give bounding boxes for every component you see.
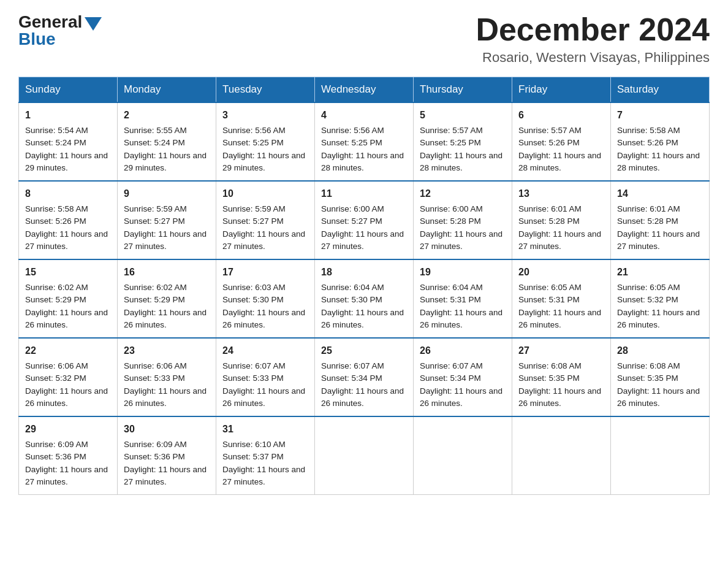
calendar-cell: 23Sunrise: 6:06 AMSunset: 5:33 PMDayligh… <box>118 338 216 416</box>
sunset-text: Sunset: 5:24 PM <box>124 138 185 147</box>
logo: General Blue <box>18 12 102 49</box>
day-number: 27 <box>518 343 604 358</box>
day-number: 23 <box>124 343 210 358</box>
sunrise-text: Sunrise: 6:04 AM <box>420 283 483 292</box>
day-of-week-header: Monday <box>118 77 216 103</box>
sunset-text: Sunset: 5:29 PM <box>25 295 86 304</box>
day-number: 25 <box>321 343 407 358</box>
daylight-text: Daylight: 11 hours and 27 minutes. <box>518 229 601 251</box>
calendar-cell: 13Sunrise: 6:01 AMSunset: 5:28 PMDayligh… <box>512 181 611 259</box>
sunrise-text: Sunrise: 5:57 AM <box>518 126 582 135</box>
day-number: 4 <box>321 108 407 123</box>
sunset-text: Sunset: 5:27 PM <box>222 216 284 226</box>
calendar-cell: 17Sunrise: 6:03 AMSunset: 5:30 PMDayligh… <box>216 259 315 338</box>
sunset-text: Sunset: 5:26 PM <box>518 138 580 147</box>
day-of-week-header: Saturday <box>611 77 710 103</box>
daylight-text: Daylight: 11 hours and 26 minutes. <box>518 386 601 408</box>
location-subtitle: Rosario, Western Visayas, Philippines <box>476 50 710 66</box>
sunset-text: Sunset: 5:37 PM <box>222 452 284 461</box>
day-number: 13 <box>518 186 604 201</box>
sunrise-text: Sunrise: 6:06 AM <box>25 361 88 370</box>
sunrise-text: Sunrise: 6:02 AM <box>124 283 187 292</box>
day-number: 21 <box>617 265 703 280</box>
daylight-text: Daylight: 11 hours and 26 minutes. <box>420 308 502 329</box>
sunrise-text: Sunrise: 5:59 AM <box>222 204 286 213</box>
sunrise-text: Sunrise: 6:10 AM <box>222 440 286 449</box>
sunset-text: Sunset: 5:32 PM <box>25 373 86 383</box>
day-number: 24 <box>222 343 308 358</box>
day-of-week-header: Tuesday <box>216 77 315 103</box>
calendar-cell: 2Sunrise: 5:55 AMSunset: 5:24 PMDaylight… <box>118 102 216 181</box>
daylight-text: Daylight: 11 hours and 26 minutes. <box>321 308 404 329</box>
sunset-text: Sunset: 5:33 PM <box>222 373 284 383</box>
day-number: 30 <box>124 422 210 437</box>
sunrise-text: Sunrise: 6:07 AM <box>321 361 384 370</box>
day-number: 6 <box>518 108 604 123</box>
day-number: 9 <box>124 186 210 201</box>
sunrise-text: Sunrise: 6:08 AM <box>518 361 582 370</box>
day-number: 29 <box>25 422 111 437</box>
daylight-text: Daylight: 11 hours and 26 minutes. <box>617 308 700 329</box>
sunrise-text: Sunrise: 5:59 AM <box>124 204 187 213</box>
calendar-cell: 26Sunrise: 6:07 AMSunset: 5:34 PMDayligh… <box>414 338 512 416</box>
daylight-text: Daylight: 11 hours and 26 minutes. <box>321 386 404 408</box>
sunset-text: Sunset: 5:25 PM <box>222 138 284 147</box>
sunrise-text: Sunrise: 6:07 AM <box>222 361 286 370</box>
calendar-cell: 9Sunrise: 5:59 AMSunset: 5:27 PMDaylight… <box>118 181 216 259</box>
calendar-week-row: 8Sunrise: 5:58 AMSunset: 5:26 PMDaylight… <box>19 181 710 259</box>
sunrise-text: Sunrise: 6:03 AM <box>222 283 286 292</box>
daylight-text: Daylight: 11 hours and 26 minutes. <box>420 386 502 408</box>
logo-triangle-icon <box>85 17 102 31</box>
sunrise-text: Sunrise: 6:04 AM <box>321 283 384 292</box>
calendar-week-row: 22Sunrise: 6:06 AMSunset: 5:32 PMDayligh… <box>19 338 710 416</box>
day-number: 11 <box>321 186 407 201</box>
day-number: 20 <box>518 265 604 280</box>
sunrise-text: Sunrise: 6:01 AM <box>518 204 582 213</box>
sunset-text: Sunset: 5:35 PM <box>518 373 580 383</box>
calendar-cell: 24Sunrise: 6:07 AMSunset: 5:33 PMDayligh… <box>216 338 315 416</box>
calendar-cell: 16Sunrise: 6:02 AMSunset: 5:29 PMDayligh… <box>118 259 216 338</box>
day-number: 16 <box>124 265 210 280</box>
calendar-cell: 7Sunrise: 5:58 AMSunset: 5:26 PMDaylight… <box>611 102 710 181</box>
calendar-cell: 5Sunrise: 5:57 AMSunset: 5:25 PMDaylight… <box>414 102 512 181</box>
sunset-text: Sunset: 5:31 PM <box>420 295 481 304</box>
daylight-text: Daylight: 11 hours and 27 minutes. <box>124 465 207 486</box>
day-of-week-header: Sunday <box>19 77 118 103</box>
daylight-text: Daylight: 11 hours and 26 minutes. <box>222 386 305 408</box>
sunset-text: Sunset: 5:31 PM <box>518 295 580 304</box>
sunset-text: Sunset: 5:29 PM <box>124 295 185 304</box>
day-number: 19 <box>420 265 506 280</box>
sunset-text: Sunset: 5:28 PM <box>518 216 580 226</box>
sunrise-text: Sunrise: 6:00 AM <box>420 204 483 213</box>
sunset-text: Sunset: 5:24 PM <box>25 138 86 147</box>
sunrise-text: Sunrise: 5:56 AM <box>222 126 286 135</box>
calendar-cell: 4Sunrise: 5:56 AMSunset: 5:25 PMDaylight… <box>315 102 414 181</box>
sunrise-text: Sunrise: 6:05 AM <box>518 283 582 292</box>
daylight-text: Daylight: 11 hours and 26 minutes. <box>124 308 207 329</box>
sunrise-text: Sunrise: 6:09 AM <box>124 440 187 449</box>
daylight-text: Daylight: 11 hours and 26 minutes. <box>124 386 207 408</box>
sunrise-text: Sunrise: 6:02 AM <box>25 283 88 292</box>
sunset-text: Sunset: 5:27 PM <box>321 216 382 226</box>
sunrise-text: Sunrise: 5:58 AM <box>617 126 680 135</box>
calendar-cell: 21Sunrise: 6:05 AMSunset: 5:32 PMDayligh… <box>611 259 710 338</box>
calendar-cell: 6Sunrise: 5:57 AMSunset: 5:26 PMDaylight… <box>512 102 611 181</box>
daylight-text: Daylight: 11 hours and 28 minutes. <box>420 151 502 172</box>
calendar-cell: 31Sunrise: 6:10 AMSunset: 5:37 PMDayligh… <box>216 416 315 495</box>
calendar-header-row: SundayMondayTuesdayWednesdayThursdayFrid… <box>19 77 710 103</box>
sunset-text: Sunset: 5:30 PM <box>321 295 382 304</box>
calendar-cell: 12Sunrise: 6:00 AMSunset: 5:28 PMDayligh… <box>414 181 512 259</box>
day-number: 14 <box>617 186 703 201</box>
daylight-text: Daylight: 11 hours and 27 minutes. <box>420 229 502 251</box>
day-number: 15 <box>25 265 111 280</box>
logo-blue-text: Blue <box>18 29 56 49</box>
sunrise-text: Sunrise: 5:55 AM <box>124 126 187 135</box>
sunset-text: Sunset: 5:28 PM <box>420 216 481 226</box>
sunrise-text: Sunrise: 5:56 AM <box>321 126 384 135</box>
month-year-title: December 2024 <box>476 12 710 47</box>
calendar-week-row: 1Sunrise: 5:54 AMSunset: 5:24 PMDaylight… <box>19 102 710 181</box>
daylight-text: Daylight: 11 hours and 26 minutes. <box>25 308 108 329</box>
daylight-text: Daylight: 11 hours and 27 minutes. <box>222 465 305 486</box>
sunset-text: Sunset: 5:28 PM <box>617 216 678 226</box>
day-number: 17 <box>222 265 308 280</box>
